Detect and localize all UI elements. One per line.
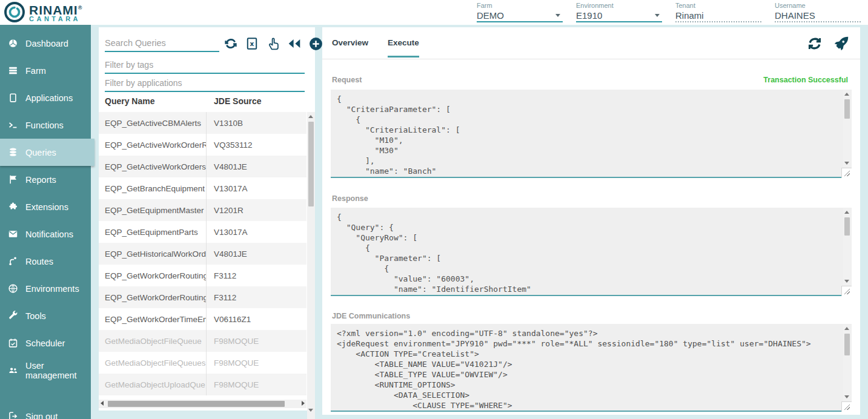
farm-select[interactable]: Farm DEMO (477, 2, 563, 22)
sidebar-item-queries[interactable]: Queries (0, 139, 94, 166)
rewind-icon[interactable] (287, 36, 302, 51)
brand-name: RINAMI® (29, 2, 82, 16)
table-row[interactable]: EQP_GetActiveWorkOrdersV4801JE (99, 156, 306, 177)
environment-value: E1910 (576, 10, 602, 21)
globe-icon (7, 283, 19, 295)
resize-grip-icon[interactable] (841, 401, 852, 412)
table-row[interactable]: EQP_GetActiveWorkOrderRVQ353112 (99, 134, 306, 156)
users-icon (7, 365, 19, 377)
request-json: { "CriteriaParameter": [ { "CriteriaLite… (331, 90, 852, 177)
chevron-down-icon (555, 14, 560, 17)
server-icon (7, 65, 19, 77)
table-row[interactable]: EQP_GetWorkOrderRoutingF3112 (99, 286, 306, 308)
query-list-vertical-scrollbar[interactable] (307, 112, 315, 419)
table-row[interactable]: EQP_GetBranchEquipmentV13017A (99, 177, 306, 199)
jde-communications-textarea[interactable]: <?xml version="1.0" encoding="UTF-8" sta… (331, 324, 852, 412)
brand-logo: RINAMI® CANTARA (4, 1, 82, 23)
applications-icon (7, 92, 19, 104)
environment-select[interactable]: Environment E1910 (576, 2, 662, 22)
query-detail-panel: Overview Execute Request Transaction Suc… (322, 27, 860, 415)
tab-overview[interactable]: Overview (332, 38, 368, 58)
jde-scrollbar[interactable] (843, 325, 851, 401)
response-label: Response (332, 194, 368, 203)
table-row[interactable]: EQP_GetWorkOrderTimeEnV06116Z1 (99, 308, 306, 330)
wrench-icon (7, 310, 19, 322)
table-row[interactable]: GetMediaObjectFileQueuesF98MOQUE (99, 352, 306, 374)
column-query-name: Query Name (105, 96, 154, 106)
table-row[interactable]: GetMediaObjectFileQueueF98MOQUE (99, 330, 306, 352)
table-row[interactable]: EQP_GetWorkOrderRoutingF3112 (99, 265, 306, 286)
puzzle-icon (7, 201, 19, 213)
terminal-icon (7, 119, 19, 131)
database-icon (7, 147, 19, 159)
sidebar-item-farm[interactable]: Farm (0, 57, 91, 84)
environment-label: Environment (576, 2, 662, 9)
filter-by-tags-input[interactable] (105, 58, 305, 74)
svg-text:x: x (250, 40, 254, 47)
brand-swirl-icon (4, 1, 25, 23)
table-row[interactable]: EQP_GetActiveCBMAlertsV1310B (99, 112, 306, 134)
gauge-icon (7, 38, 19, 50)
response-textarea[interactable]: { "Query": { "QueryRow": [ { "Parameter"… (331, 208, 852, 296)
hand-pointer-icon[interactable] (265, 36, 281, 51)
sidebar-item-dashboard[interactable]: Dashboard (0, 30, 91, 57)
sidebar-item-environments[interactable]: Environments (0, 275, 91, 302)
query-list-horizontal-scrollbar[interactable] (99, 400, 306, 408)
sidebar-item-routes[interactable]: Routes (0, 248, 91, 275)
sidebar-item-reports[interactable]: Reports (0, 166, 91, 193)
resize-grip-icon[interactable] (841, 286, 852, 296)
response-scrollbar[interactable] (843, 208, 851, 285)
add-query-icon[interactable] (308, 36, 323, 51)
sidebar-item-extensions[interactable]: Extensions (0, 193, 91, 220)
excel-export-icon[interactable]: x (244, 36, 260, 51)
username-value: DHAINES (775, 10, 815, 21)
sidebar-item-scheduler[interactable]: Scheduler (0, 329, 91, 357)
tab-execute[interactable]: Execute (388, 38, 419, 58)
username-field: Username DHAINES (775, 2, 861, 22)
chevron-down-icon (655, 14, 660, 17)
sidebar-item-sign-out[interactable]: Sign out (0, 403, 91, 419)
top-header: RINAMI® CANTARA Farm DEMO Environment E1… (0, 0, 868, 25)
calendar-check-icon (7, 337, 19, 349)
sidebar-item-user-management[interactable]: User management (0, 357, 91, 384)
request-textarea[interactable]: { "CriteriaParameter": [ { "CriteriaLite… (331, 90, 852, 178)
registered-mark: ® (78, 5, 83, 11)
brand-subtitle: CANTARA (29, 16, 82, 22)
sidebar-nav: Dashboard Farm Applications Functions Qu… (0, 25, 91, 419)
farm-label: Farm (477, 2, 563, 9)
table-row[interactable]: EQP_GetEquipmentMasterV1201R (99, 199, 306, 221)
transaction-status-badge: Transaction Successful (763, 76, 848, 84)
filter-by-applications-input[interactable] (105, 76, 305, 92)
sidebar-item-tools[interactable]: Tools (0, 302, 91, 329)
sidebar-item-applications[interactable]: Applications (0, 84, 91, 111)
farm-value: DEMO (477, 10, 504, 21)
table-row[interactable]: EQP_GetHistoricalWorkOrdV4801JE (99, 243, 306, 265)
tenant-label: Tenant (675, 2, 761, 9)
table-row[interactable]: EQP_GetEquipmentPartsV13017A (99, 221, 306, 243)
route-icon (7, 256, 19, 268)
response-json: { "Query": { "QueryRow": [ { "Parameter"… (331, 208, 852, 295)
rocket-icon[interactable] (832, 35, 850, 53)
detail-tabs: Overview Execute (332, 38, 419, 58)
request-scrollbar[interactable] (843, 90, 851, 167)
session-fields: Farm DEMO Environment E1910 Tenant Rinam… (477, 2, 861, 22)
flag-icon (7, 174, 19, 186)
jde-communications-label: JDE Communications (332, 312, 410, 320)
sidebar-item-notifications[interactable]: Notifications (0, 220, 91, 248)
tenant-field: Tenant Rinami (675, 2, 761, 22)
refresh-icon[interactable] (806, 35, 824, 53)
sign-out-icon (7, 411, 19, 419)
query-table-body: EQP_GetActiveCBMAlertsV1310B EQP_GetActi… (99, 112, 306, 397)
sync-icon[interactable] (223, 36, 239, 51)
jde-xml: <?xml version="1.0" encoding="UTF-8" sta… (331, 324, 852, 411)
query-list-panel: x Query Name JDE Source EQP_GetActiveCBM… (99, 27, 315, 411)
request-label: Request (332, 76, 362, 84)
query-table-header: Query Name JDE Source (99, 93, 315, 112)
sidebar-item-functions[interactable]: Functions (0, 111, 91, 139)
column-jde-source: JDE Source (214, 96, 262, 106)
envelope-icon (7, 228, 19, 240)
query-toolbar: x (223, 36, 323, 51)
table-row[interactable]: GetMediaObjectUploadQueF98MOQUE (99, 374, 306, 395)
search-queries-input[interactable] (105, 36, 219, 52)
resize-grip-icon[interactable] (841, 168, 852, 178)
